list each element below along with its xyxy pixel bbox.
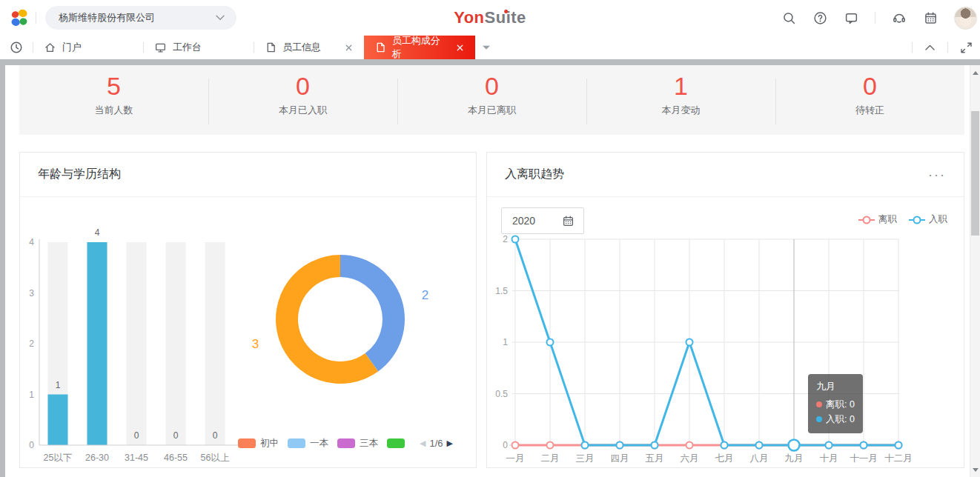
close-icon[interactable] [455, 43, 465, 53]
panel-header: 年龄与学历结构 [20, 153, 476, 197]
svg-text:十月: 十月 [820, 453, 838, 464]
svg-text:五月: 五月 [646, 453, 664, 464]
legend-item[interactable]: 三本 [337, 437, 378, 450]
svg-text:0.5: 0.5 [495, 389, 508, 399]
history-icon[interactable] [0, 41, 33, 54]
collapse-icon[interactable] [924, 44, 936, 51]
legend-pager: ◀ 1/6 ▶ [420, 438, 453, 449]
bar [87, 242, 107, 445]
trend-legend: 离职 入职 [858, 213, 947, 226]
stat-pending-regularization: 0 待转正 [775, 65, 964, 135]
document-icon [374, 41, 386, 53]
tab-workbench[interactable]: 工作台 [144, 36, 254, 59]
bar-track [166, 242, 186, 445]
brand-part1: Yon [454, 8, 484, 27]
scroll-up-icon[interactable] [970, 67, 980, 78]
fullscreen-icon[interactable] [960, 41, 973, 54]
legend-item-leave[interactable]: 离职 [858, 213, 897, 226]
calendar-icon[interactable] [923, 10, 938, 25]
stat-value: 0 [775, 71, 964, 101]
yonsuite-app: 杨斯维特股份有限公司 YonSuite [0, 0, 980, 477]
marker [686, 339, 693, 346]
trend-line-chart: 00.511.52一月二月三月四月五月六月七月八月九月十月十一月十二月 [487, 197, 965, 469]
line-marker-icon [858, 216, 875, 224]
stat-value: 0 [208, 71, 397, 101]
legend-item[interactable]: 一本 [288, 437, 328, 450]
message-icon[interactable] [844, 10, 858, 25]
tab-employee-info[interactable]: 员工信息 [254, 36, 364, 59]
legend-swatch [288, 438, 305, 448]
panel-title: 入离职趋势 [505, 167, 564, 182]
marker [895, 442, 902, 449]
search-icon[interactable] [781, 10, 796, 25]
stat-value: 0 [397, 71, 586, 101]
svg-text:25以下: 25以下 [44, 453, 73, 463]
tabbar-controls [912, 36, 973, 59]
stat-left-this-month: 0 本月已离职 [397, 65, 586, 135]
monitor-icon [154, 41, 167, 54]
svg-text:31-45: 31-45 [125, 453, 148, 463]
svg-text:2: 2 [503, 234, 508, 244]
marker [721, 442, 728, 449]
scrollbar-thumb[interactable] [971, 111, 979, 236]
tab-label: 员工构成分析 [392, 34, 449, 61]
scroll-down-icon[interactable] [970, 464, 980, 475]
document-icon [265, 41, 277, 53]
tab-label: 工作台 [173, 41, 202, 54]
content-area: 5 当前人数 0 本月已入职 0 本月已离职 1 本月变动 0 待转正 [0, 65, 980, 477]
svg-text:4: 4 [95, 227, 100, 238]
stat-current-headcount: 5 当前人数 [19, 65, 208, 135]
legend-item-hire[interactable]: 入职 [909, 213, 947, 226]
bar-track [127, 242, 147, 445]
line-marker-icon [909, 216, 925, 224]
svg-text:1: 1 [503, 337, 508, 347]
close-icon[interactable] [344, 43, 354, 53]
company-selector[interactable]: 杨斯维特股份有限公司 [45, 6, 236, 30]
svg-text:九月: 九月 [785, 453, 804, 464]
svg-text:四月: 四月 [611, 453, 629, 464]
marker [512, 236, 519, 243]
svg-text:0: 0 [173, 430, 179, 441]
year-value: 2020 [512, 215, 535, 227]
help-icon[interactable] [812, 10, 827, 25]
year-picker[interactable]: 2020 [501, 207, 584, 234]
marker [617, 442, 623, 449]
marker [547, 442, 554, 449]
svg-text:1: 1 [29, 390, 34, 400]
divider [875, 12, 875, 24]
stat-label: 当前人数 [19, 104, 208, 117]
avatar[interactable] [954, 7, 977, 30]
brand-logo: YonSuite [454, 8, 526, 27]
tab-portal[interactable]: 门户 [33, 36, 143, 59]
education-legend: 初中 一本 三本 [238, 437, 453, 450]
svg-text:26-30: 26-30 [85, 453, 109, 463]
tab-label: 员工信息 [282, 41, 321, 54]
svg-text:56以上: 56以上 [201, 453, 230, 463]
vertical-scrollbar[interactable] [970, 65, 980, 477]
marker [652, 442, 658, 449]
legend-swatch [337, 438, 355, 448]
pager-prev-icon[interactable]: ◀ [420, 438, 426, 448]
caret-down-icon[interactable] [475, 36, 497, 59]
service-icon[interactable] [892, 10, 907, 25]
svg-text:1: 1 [56, 380, 61, 390]
trend-chart-area: 2020 离职 入职 00.511.52一月二月三月四月五月六月七月 [487, 197, 964, 467]
svg-text:八月: 八月 [750, 453, 769, 464]
legend-swatch [238, 438, 256, 448]
bar-track [205, 242, 225, 445]
svg-text:0: 0 [213, 430, 218, 441]
tab-label: 门户 [62, 41, 82, 54]
stat-joined-this-month: 0 本月已入职 [208, 65, 397, 135]
donut-slice [340, 255, 405, 371]
age-education-chart-area: 01234125以下426-30031-45046-55056以上23 初中 一… [20, 197, 476, 467]
legend-item[interactable] [387, 438, 409, 448]
legend-swatch [387, 438, 405, 448]
panel-title: 年龄与学历结构 [38, 167, 121, 182]
stat-label: 待转正 [775, 104, 964, 117]
tab-employee-composition-active[interactable]: 员工构成分析 [364, 36, 475, 59]
more-menu-icon[interactable]: ··· [928, 171, 946, 179]
divider [912, 42, 913, 53]
stat-value: 5 [19, 71, 208, 101]
legend-item[interactable]: 初中 [238, 437, 279, 450]
pager-next-icon[interactable]: ▶ [447, 438, 453, 448]
